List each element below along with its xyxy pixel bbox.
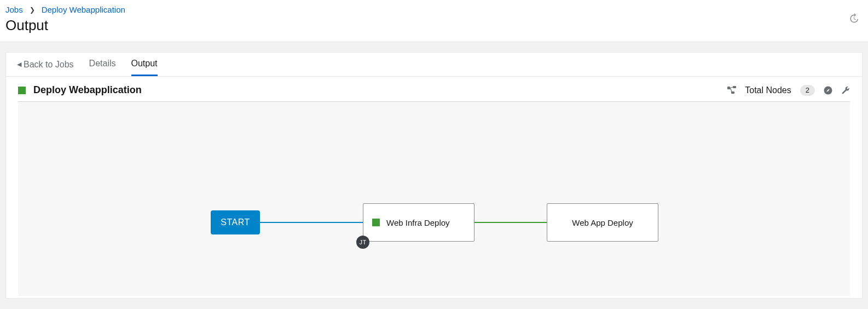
workflow-start-node[interactable]: START xyxy=(211,210,260,234)
wrench-icon xyxy=(841,86,850,95)
canvas-wrap: START Web Infra Deploy JT Web App Deploy xyxy=(6,101,862,296)
breadcrumb-current[interactable]: Deploy Webapplication xyxy=(42,5,125,14)
workflow-node-web-app-deploy[interactable]: Web App Deploy xyxy=(547,203,658,242)
panel-tabs: ◀ Back to Jobs Details Output xyxy=(6,53,862,77)
workflow-icon xyxy=(727,86,736,95)
job-header: Deploy Webapplication Total Nodes 2 xyxy=(6,77,862,101)
total-nodes-count: 2 xyxy=(800,85,815,96)
history-icon xyxy=(848,13,859,24)
svg-rect-1 xyxy=(733,86,736,88)
page-header: Jobs ❯ Deploy Webapplication Output xyxy=(0,0,868,42)
workflow-canvas[interactable]: START Web Infra Deploy JT Web App Deploy xyxy=(18,101,850,296)
node-type-badge: JT xyxy=(356,236,369,249)
page-title: Output xyxy=(5,17,125,34)
node-label: Web App Deploy xyxy=(572,218,633,227)
workflow-node-web-infra-deploy[interactable]: Web Infra Deploy xyxy=(363,203,474,242)
job-title: Deploy Webapplication xyxy=(33,84,142,96)
breadcrumb: Jobs ❯ Deploy Webapplication xyxy=(5,5,125,14)
job-status-icon xyxy=(18,87,26,94)
back-to-jobs-link[interactable]: ◀ Back to Jobs xyxy=(17,60,74,70)
compass-button[interactable] xyxy=(824,86,832,95)
job-title-group: Deploy Webapplication xyxy=(18,84,142,96)
chevron-right-icon: ❯ xyxy=(30,7,35,13)
output-panel: ◀ Back to Jobs Details Output Deploy Web… xyxy=(5,52,863,299)
header-left: Jobs ❯ Deploy Webapplication Output xyxy=(5,5,125,34)
node-status-icon xyxy=(372,219,380,226)
compass-icon xyxy=(824,86,832,95)
tools-button[interactable] xyxy=(841,86,850,95)
node-label: Web Infra Deploy xyxy=(386,218,450,227)
panel-wrap: ◀ Back to Jobs Details Output Deploy Web… xyxy=(0,42,868,299)
workflow-edge-success xyxy=(474,222,547,223)
back-to-jobs-label: Back to Jobs xyxy=(24,60,74,70)
workflow-edge-start xyxy=(260,222,363,223)
history-button[interactable] xyxy=(848,13,859,26)
job-right-controls: Total Nodes 2 xyxy=(727,85,850,96)
workflow-visualizer-button[interactable] xyxy=(727,86,736,95)
svg-rect-0 xyxy=(727,87,730,89)
tab-details[interactable]: Details xyxy=(89,53,116,76)
tab-output[interactable]: Output xyxy=(131,53,158,76)
total-nodes-label: Total Nodes xyxy=(745,85,791,95)
caret-left-icon: ◀ xyxy=(17,61,21,68)
breadcrumb-jobs[interactable]: Jobs xyxy=(5,5,23,14)
